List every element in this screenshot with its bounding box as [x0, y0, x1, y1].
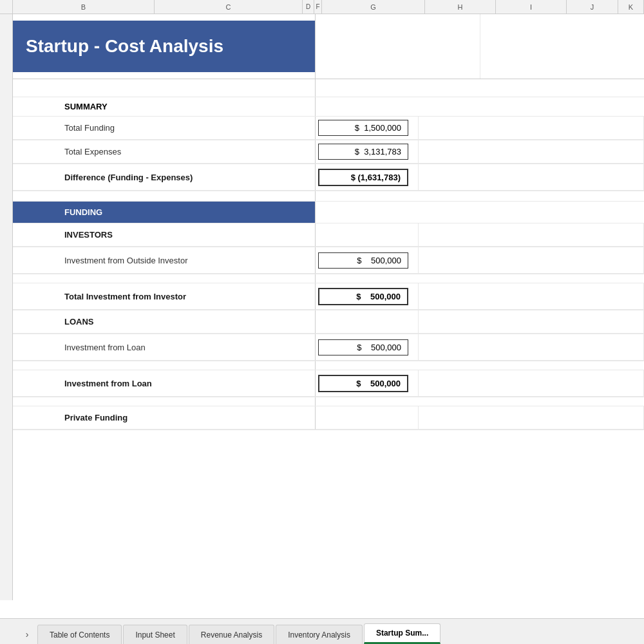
- title-cell: Startup - Cost Analysis: [13, 14, 316, 79]
- sheet-tabs: › Table of Contents Input Sheet Revenue …: [0, 618, 644, 644]
- total-expenses-row: Total Expenses $ 3,131,783: [13, 140, 644, 164]
- total-expenses-label: Total Expenses: [13, 140, 316, 164]
- total-funding-rest: [419, 117, 644, 140]
- tab-startup-summary-label: Startup Sum...: [376, 629, 428, 638]
- loan-value: $ 500,000: [318, 339, 408, 355]
- col-header-b: B: [13, 0, 155, 14]
- investors-row: INVESTORS: [13, 223, 644, 247]
- investors-rest: [419, 223, 644, 247]
- sheet-area: Startup - Cost Analysis SUMMARY Total Fu…: [0, 14, 644, 600]
- funding-header-row: FUNDING: [13, 202, 644, 223]
- difference-value-cell: $ (1,631,783): [316, 164, 419, 191]
- loan-rest: [419, 334, 644, 361]
- title-far-right: [480, 14, 645, 79]
- loan-row: Investment from Loan $ 500,000: [13, 334, 644, 361]
- col-header-k: K: [618, 0, 644, 14]
- total-investor-value-cell: $ 500,000: [316, 283, 419, 310]
- total-funding-value: $ 1,500,000: [318, 120, 408, 136]
- col-header-j: J: [567, 0, 618, 14]
- outside-investor-label: Investment from Outside Investor: [64, 256, 187, 265]
- col-header-i: I: [496, 0, 567, 14]
- outside-investor-value: $ 500,000: [318, 252, 408, 269]
- column-headers: B C D F G H I J K: [0, 0, 644, 14]
- summary-header-row: SUMMARY: [13, 97, 644, 117]
- total-investor-label-cell: Total Investment from Investor: [13, 283, 316, 310]
- title-right-cell: [316, 14, 480, 79]
- investors-label: INVESTORS: [64, 230, 113, 240]
- spacer-row-5: [13, 397, 644, 406]
- investors-label-cell: INVESTORS: [13, 223, 316, 247]
- total-loan-label: Investment from Loan: [64, 379, 152, 388]
- total-investor-row: Total Investment from Investor $ 500,000: [13, 283, 644, 310]
- title-row: Startup - Cost Analysis: [13, 14, 644, 79]
- total-loan-rest: [419, 370, 644, 397]
- total-investor-label: Total Investment from Investor: [64, 292, 186, 301]
- difference-value: $ (1,631,783): [318, 169, 408, 186]
- row-gutter-header: [0, 0, 13, 14]
- title-text: Startup - Cost Analysis: [26, 36, 223, 57]
- loans-rest: [419, 310, 644, 334]
- tab-inventory-analysis-label: Inventory Analysis: [288, 630, 350, 639]
- total-funding-value-cell: $ 1,500,000: [316, 117, 419, 140]
- outside-investor-row: Investment from Outside Investor $ 500,0…: [13, 247, 644, 274]
- tab-revenue-analysis[interactable]: Revenue Analysis: [189, 625, 274, 644]
- loan-label-cell: Investment from Loan: [13, 334, 316, 361]
- private-funding-rest: [419, 406, 644, 430]
- funding-label: FUNDING: [64, 207, 102, 217]
- summary-label-cell: SUMMARY: [13, 97, 316, 116]
- row-number-gutter: [0, 14, 13, 600]
- total-expenses-rest: [419, 140, 644, 164]
- total-expenses-value-cell: $ 3,131,783: [316, 140, 419, 164]
- total-loan-value-cell: $ 500,000: [316, 370, 419, 397]
- funding-header-banner: FUNDING: [13, 202, 315, 223]
- outside-investor-label-cell: Investment from Outside Investor: [13, 247, 316, 274]
- title-banner: Startup - Cost Analysis: [13, 21, 315, 72]
- tab-table-of-contents[interactable]: Table of Contents: [37, 625, 122, 644]
- investors-value-cell: [316, 223, 419, 247]
- loan-label: Investment from Loan: [64, 343, 146, 352]
- private-funding-value-cell: [316, 406, 419, 430]
- private-funding-label: Private Funding: [64, 413, 128, 422]
- spacer-row-2: [13, 191, 644, 202]
- col-header-f: F: [314, 0, 322, 14]
- private-funding-row: Private Funding: [13, 406, 644, 430]
- loans-label-cell: LOANS: [13, 310, 316, 334]
- col-header-h: H: [425, 0, 496, 14]
- total-expenses-value: $ 3,131,783: [318, 144, 408, 160]
- loans-value-cell: [316, 310, 419, 334]
- spacer-row-1: [13, 79, 644, 97]
- tab-revenue-analysis-label: Revenue Analysis: [201, 630, 262, 639]
- total-loan-value: $ 500,000: [318, 375, 408, 392]
- col-header-d: D: [303, 0, 314, 14]
- funding-header-cell: FUNDING: [13, 202, 316, 223]
- outside-investor-value-cell: $ 500,000: [316, 247, 419, 274]
- loans-label: LOANS: [64, 317, 94, 327]
- difference-rest: [419, 164, 644, 191]
- tab-startup-summary[interactable]: Startup Sum...: [364, 623, 440, 644]
- tab-input-sheet-label: Input Sheet: [135, 630, 175, 639]
- outside-investor-rest: [419, 247, 644, 274]
- private-funding-label-cell: Private Funding: [13, 406, 316, 430]
- spacer-row-3: [13, 274, 644, 283]
- total-funding-row: Total Funding $ 1,500,000: [13, 117, 644, 140]
- loans-row: LOANS: [13, 310, 644, 334]
- total-expenses-text: Total Expenses: [64, 147, 121, 156]
- total-loan-label-cell: Investment from Loan: [13, 370, 316, 397]
- total-investor-rest: [419, 283, 644, 310]
- total-loan-row: Investment from Loan $ 500,000: [13, 370, 644, 397]
- total-investor-value: $ 500,000: [318, 288, 408, 305]
- spacer-row-4: [13, 361, 644, 370]
- difference-label-cell: Difference (Funding - Expenses): [13, 164, 316, 191]
- loan-value-cell: $ 500,000: [316, 334, 419, 361]
- tab-input-sheet[interactable]: Input Sheet: [123, 625, 187, 644]
- difference-label: Difference (Funding - Expenses): [64, 173, 193, 182]
- tab-inventory-analysis[interactable]: Inventory Analysis: [276, 625, 363, 644]
- col-header-g: G: [322, 0, 425, 14]
- col-header-c: C: [155, 0, 303, 14]
- total-funding-text: Total Funding: [64, 123, 115, 133]
- total-funding-label: Total Funding: [13, 117, 316, 140]
- tab-table-of-contents-label: Table of Contents: [50, 630, 109, 639]
- difference-row: Difference (Funding - Expenses) $ (1,631…: [13, 164, 644, 191]
- summary-label: SUMMARY: [64, 102, 108, 111]
- tab-scroll-arrow[interactable]: ›: [19, 625, 35, 644]
